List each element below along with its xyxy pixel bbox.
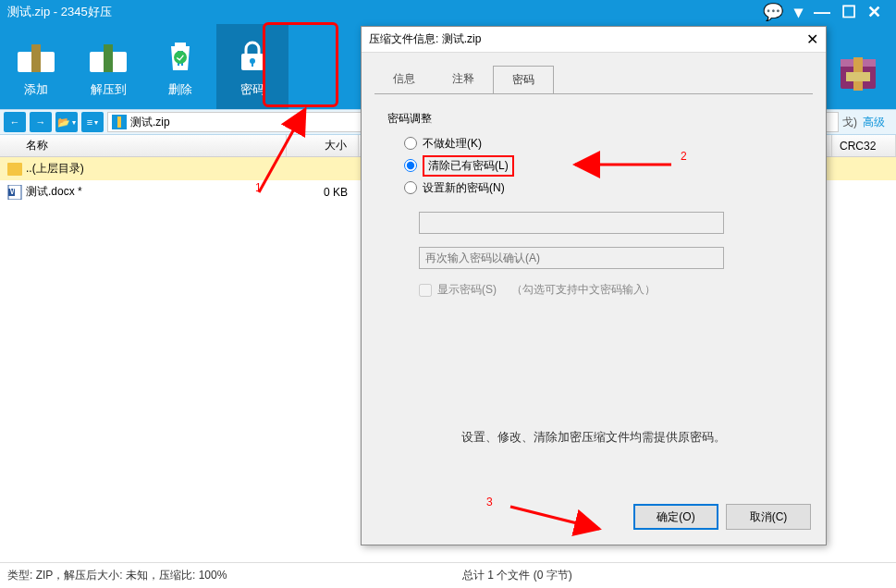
radio-set-label: 设置新的密码(N)	[423, 180, 505, 196]
winrar-icon	[837, 54, 879, 91]
window-title: 测试.zip - 2345好压	[7, 4, 763, 20]
dialog-tabs: 信息 注释 密码	[362, 53, 826, 93]
zip-file-icon	[112, 115, 127, 129]
path-text: 测试.zip	[130, 115, 170, 130]
password-adjust-label: 密码调整	[387, 111, 804, 127]
dialog-title: 压缩文件信息: 测试.zip	[369, 31, 481, 47]
add-button[interactable]: 添加	[0, 24, 72, 109]
file-name: 测试.docx *	[26, 184, 82, 200]
extract-label: 解压到	[91, 81, 127, 98]
annotation-highlight-password	[263, 22, 338, 107]
nav-view-button[interactable]: ≡▾	[81, 112, 104, 132]
show-password-hint: （勾选可支持中文密码输入）	[511, 282, 656, 298]
advanced-link[interactable]: 高级	[863, 115, 885, 130]
status-right: 总计 1 个文件 (0 字节)	[462, 568, 572, 583]
file-size: 0 KB	[287, 186, 359, 199]
svg-rect-5	[117, 116, 121, 128]
dialog-titlebar: 压缩文件信息: 测试.zip ✕	[362, 27, 826, 53]
file-name: ..(上层目录)	[26, 161, 84, 177]
delete-button[interactable]: 删除	[144, 24, 216, 109]
main-titlebar: 测试.zip - 2345好压 💬 ▾ — ☐ ✕	[0, 0, 896, 24]
add-icon	[16, 35, 56, 76]
extract-button[interactable]: 解压到	[72, 24, 144, 109]
path-right-tools: 戈) 高级	[842, 115, 892, 130]
close-button[interactable]: ✕	[867, 4, 881, 20]
column-size[interactable]: 大小	[287, 135, 359, 156]
radio-none-input[interactable]	[404, 137, 417, 150]
password-label: 密码	[240, 81, 264, 98]
radio-clear-input[interactable]	[404, 159, 417, 172]
column-name[interactable]: 名称	[0, 135, 287, 156]
status-left: 类型: ZIP，解压后大小: 未知，压缩比: 100%	[7, 568, 227, 583]
cancel-button[interactable]: 取消(C)	[726, 504, 811, 530]
tab-comment[interactable]: 注释	[434, 66, 493, 93]
extract-icon	[88, 35, 129, 76]
search-label[interactable]: 戈)	[842, 115, 857, 130]
delete-label: 删除	[168, 81, 192, 98]
show-password-checkbox[interactable]	[419, 284, 432, 297]
svg-point-0	[174, 51, 187, 64]
archive-info-dialog: 压缩文件信息: 测试.zip ✕ 信息 注释 密码 密码调整 不做处理(K) 清…	[361, 26, 827, 545]
svg-text:W: W	[9, 185, 20, 197]
password-field[interactable]	[419, 212, 724, 234]
ok-button[interactable]: 确定(O)	[633, 504, 718, 530]
radio-set-input[interactable]	[404, 181, 417, 194]
radio-clear-label: 清除已有密码(L)	[423, 155, 514, 177]
show-password-row: 显示密码(S) （勾选可支持中文密码输入）	[419, 282, 804, 298]
dropdown-icon[interactable]: ▾	[794, 4, 803, 20]
tab-password[interactable]: 密码	[493, 66, 554, 93]
dialog-buttons: 确定(O) 取消(C)	[633, 504, 811, 530]
nav-forward-button[interactable]: →	[30, 112, 52, 132]
dialog-help-text: 设置、修改、清除加密压缩文件均需提供原密码。	[384, 429, 804, 446]
password-confirm-field[interactable]	[419, 247, 724, 269]
radio-group: 不做处理(K) 清除已有密码(L) 设置新的密码(N)	[404, 132, 804, 199]
folder-icon	[7, 163, 22, 176]
maximize-button[interactable]: ☐	[841, 4, 856, 20]
radio-none-label: 不做处理(K)	[423, 136, 482, 152]
status-bar: 类型: ZIP，解压后大小: 未知，压缩比: 100% 总计 1 个文件 (0 …	[0, 562, 896, 588]
svg-rect-12	[846, 72, 870, 81]
dialog-close-button[interactable]: ✕	[806, 31, 818, 48]
radio-set[interactable]: 设置新的密码(N)	[404, 177, 804, 199]
chat-icon[interactable]: 💬	[763, 4, 783, 20]
minimize-button[interactable]: —	[814, 4, 830, 20]
radio-none[interactable]: 不做处理(K)	[404, 132, 804, 154]
dialog-body: 密码调整 不做处理(K) 清除已有密码(L) 设置新的密码(N) 显示密码(S)…	[362, 94, 826, 455]
tab-info[interactable]: 信息	[374, 66, 434, 93]
svg-rect-3	[252, 62, 253, 67]
window-controls: 💬 ▾ — ☐ ✕	[763, 4, 881, 20]
trash-icon	[160, 35, 201, 76]
docx-icon: W	[7, 185, 22, 200]
radio-clear[interactable]: 清除已有密码(L)	[404, 154, 804, 177]
nav-back-button[interactable]: ←	[4, 112, 26, 132]
show-password-label: 显示密码(S)	[437, 282, 497, 298]
column-crc[interactable]: CRC32	[831, 135, 896, 156]
add-label: 添加	[24, 81, 48, 98]
nav-up-button[interactable]: 📂▾	[55, 112, 78, 132]
